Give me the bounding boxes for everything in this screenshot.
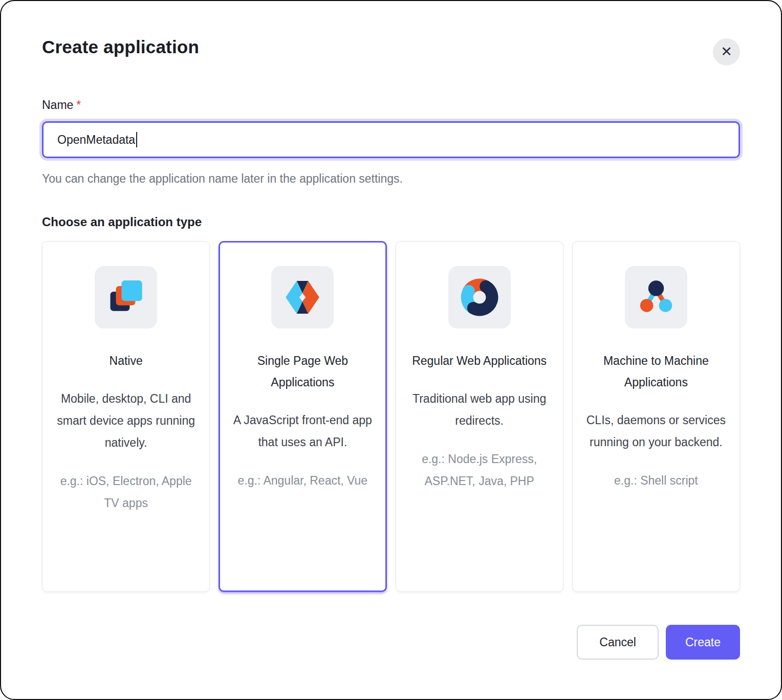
- create-application-dialog: Create application ✕ Name* OpenMetadata …: [0, 0, 782, 700]
- card-title: Regular Web Applications: [407, 350, 552, 371]
- regular-web-icon-tile: [448, 266, 511, 329]
- card-regular-web[interactable]: Regular Web Applications Traditional web…: [396, 241, 563, 592]
- application-type-grid: Native Mobile, desktop, CLI and smart de…: [42, 241, 740, 592]
- native-stacked-squares-icon: [106, 277, 146, 317]
- create-button[interactable]: Create: [666, 625, 740, 660]
- card-machine-to-machine[interactable]: Machine to Machine Applications CLIs, da…: [572, 241, 740, 592]
- application-type-heading: Choose an application type: [42, 215, 740, 229]
- card-examples: e.g.: Node.js Express, ASP.NET, Java, PH…: [407, 448, 552, 492]
- card-description: Mobile, desktop, CLI and smart device ap…: [54, 388, 198, 454]
- name-label: Name*: [42, 98, 740, 112]
- spa-icon-tile: [271, 266, 334, 329]
- regular-web-donut-icon: [459, 277, 500, 318]
- m2m-network-icon: [636, 277, 677, 318]
- card-title: Machine to Machine Applications: [584, 350, 728, 393]
- card-title: Single Page Web Applications: [230, 350, 375, 393]
- card-title: Native: [54, 350, 198, 371]
- card-description: Traditional web app using redirects.: [407, 388, 552, 432]
- required-asterisk: *: [76, 98, 81, 112]
- text-caret: [136, 132, 137, 147]
- m2m-icon-tile: [625, 266, 687, 329]
- page-title: Create application: [42, 1, 740, 57]
- card-description: A JavaScript front-end app that uses an …: [230, 409, 375, 453]
- card-single-page-web[interactable]: Single Page Web Applications A JavaScrip…: [219, 241, 386, 592]
- card-examples: e.g.: Angular, React, Vue: [230, 470, 375, 492]
- name-input-value: OpenMetadata: [57, 133, 135, 147]
- card-description: CLIs, daemons or services running on you…: [584, 409, 728, 453]
- name-input[interactable]: OpenMetadata: [42, 121, 740, 158]
- name-helper-text: You can change the application name late…: [42, 172, 740, 186]
- card-examples: e.g.: iOS, Electron, Apple TV apps: [54, 470, 198, 514]
- card-native[interactable]: Native Mobile, desktop, CLI and smart de…: [42, 241, 210, 592]
- dialog-footer: Cancel Create: [42, 625, 740, 660]
- close-icon: ✕: [721, 45, 732, 59]
- spa-hex-diamond-icon: [282, 277, 323, 318]
- card-examples: e.g.: Shell script: [584, 470, 728, 492]
- close-button[interactable]: ✕: [713, 38, 740, 65]
- native-icon-tile: [95, 266, 157, 329]
- cancel-button[interactable]: Cancel: [577, 625, 659, 660]
